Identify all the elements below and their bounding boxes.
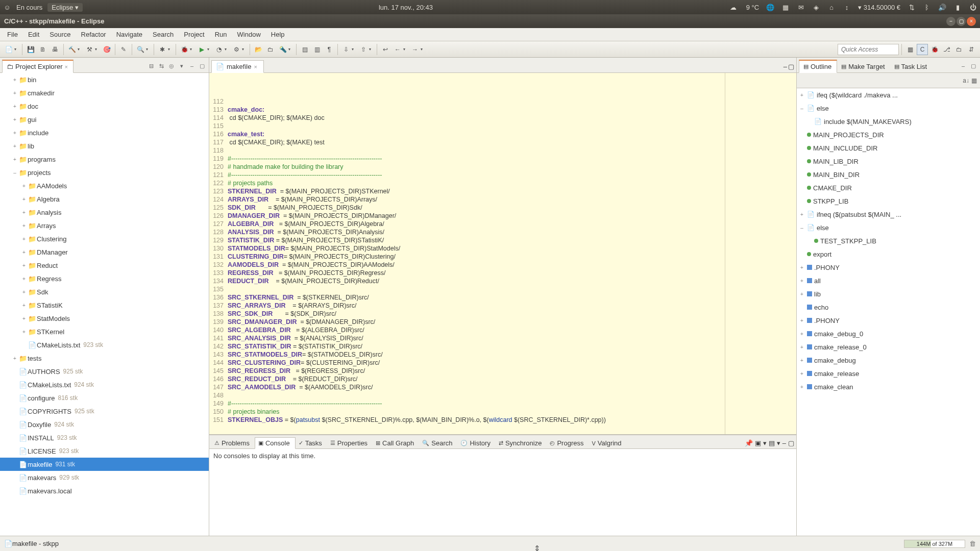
back-button[interactable]: ←	[392, 44, 403, 55]
editor-area[interactable]: 112113cmake_doc:114 cd $(CMAKE_DIR); $(M…	[209, 73, 796, 435]
tree-item-dmanager[interactable]: +📁DManager	[0, 245, 209, 259]
open-console-button[interactable]: ▤	[769, 439, 775, 447]
menu-search[interactable]: Search	[148, 29, 179, 40]
right-tab-outline[interactable]: ▤Outline	[799, 60, 837, 73]
expand-icon[interactable]: +	[20, 316, 28, 321]
bottom-tab-history[interactable]: 🕘History	[457, 438, 495, 448]
expand-icon[interactable]: +	[799, 371, 805, 377]
outline-item[interactable]: echo	[797, 300, 980, 314]
code-line[interactable]: cmake_test:	[227, 130, 796, 138]
view-menu-button[interactable]: ▾	[177, 61, 186, 70]
tree-item-stkernel[interactable]: +📁STKernel	[0, 325, 209, 338]
new-class-button[interactable]: ✱	[157, 44, 168, 55]
code-line[interactable]: DMANAGER_DIR = $(MAIN_PROJECTS_DIR)DMana…	[227, 212, 796, 220]
tree-item-statistik[interactable]: +📁STatistiK	[0, 298, 209, 312]
tree-item-configure[interactable]: 📄configure816 stk	[0, 391, 209, 405]
code-line[interactable]: cd $(CMAKE_DIR); $(MAKE) test	[227, 138, 796, 146]
outline-item[interactable]: +📄ifeq ($(wildcard ./makeva ...	[797, 88, 980, 102]
volume-icon[interactable]: 🔊	[938, 3, 946, 11]
cpp-perspective-button[interactable]: C	[917, 44, 928, 55]
tree-item-authors[interactable]: 📄AUTHORS925 stk	[0, 365, 209, 378]
resource-perspective-button[interactable]: 🗀	[953, 44, 965, 55]
outline-item[interactable]: +cmake_release	[797, 367, 980, 380]
code-line[interactable]: STATISTIK_DIR = $(MAIN_PROJECTS_DIR)STat…	[227, 236, 796, 244]
menu-window[interactable]: Window	[232, 29, 266, 40]
tree-item-install[interactable]: 📄INSTALL923 stk	[0, 431, 209, 444]
expand-icon[interactable]: +	[20, 303, 28, 308]
expand-icon[interactable]: +	[11, 77, 18, 83]
last-edit-button[interactable]: ↩	[380, 44, 391, 55]
toggle-mark-button[interactable]: ▤	[299, 44, 310, 55]
code-line[interactable]: STKERNEL_OBJS = $(patsubst $(SRC_STKERNE…	[227, 416, 796, 424]
tree-item-include[interactable]: +📁include	[0, 126, 209, 139]
tree-item-analysis[interactable]: +📁Analysis	[0, 206, 209, 219]
tree-item-statmodels[interactable]: +📁StatModels	[0, 312, 209, 325]
wand-button[interactable]: ✎	[118, 44, 129, 55]
menu-edit[interactable]: Edit	[23, 29, 44, 40]
expand-icon[interactable]: +	[11, 117, 18, 122]
menu-file[interactable]: File	[2, 29, 23, 40]
build-button[interactable]: 🔨	[66, 44, 78, 55]
outline-item[interactable]: +all	[797, 274, 980, 287]
tray-icon-6[interactable]: ↕	[843, 3, 851, 11]
expand-icon[interactable]: +	[799, 92, 805, 98]
expand-icon[interactable]: +	[799, 212, 805, 217]
outline-item[interactable]: +cmake_clean	[797, 380, 980, 393]
pin-console-button[interactable]: 📌	[745, 439, 753, 447]
code-line[interactable]: STKERNEL_DIR = $(MAIN_PROJECTS_DIR)STKer…	[227, 187, 796, 195]
code-line[interactable]: SRC_ANALYSIS_DIR = $(ANALYSIS_DIR)src/	[227, 334, 796, 342]
smiley-icon[interactable]: ☺	[3, 3, 11, 11]
tree-item-algebra[interactable]: +📁Algebra	[0, 192, 209, 206]
outline-item[interactable]: +cmake_debug	[797, 354, 980, 367]
code-line[interactable]	[227, 97, 796, 106]
code-line[interactable]: SRC_STATISTIK_DIR = $(STATISTIK_DIR)src/	[227, 342, 796, 350]
tree-item-license[interactable]: 📄LICENSE923 stk	[0, 444, 209, 458]
run-button[interactable]: ▶	[196, 44, 207, 55]
outline-item[interactable]: +.PHONY	[797, 261, 980, 274]
heap-status[interactable]: 144M of 327M	[904, 540, 965, 548]
open-perspective-button[interactable]: ▦	[904, 44, 916, 55]
expand-icon[interactable]: +	[20, 249, 28, 255]
code-line[interactable]: ANALYSIS_DIR = $(MAIN_PROJECTS_DIR)Analy…	[227, 228, 796, 236]
code-line[interactable]: cd $(CMAKE_DIR); $(MAKE) doc	[227, 114, 796, 122]
tree-item-projects[interactable]: –📁projects	[0, 166, 209, 179]
outline-item[interactable]: MAIN_LIB_DIR	[797, 155, 980, 168]
gc-button[interactable]: 🗑	[969, 540, 976, 547]
focus-task-button[interactable]: ◎	[167, 61, 176, 70]
outline-maximize-button[interactable]: ▢	[969, 61, 978, 70]
code-line[interactable]	[227, 285, 796, 293]
code-line[interactable]: #---------------------------------------…	[227, 155, 796, 163]
expand-icon[interactable]: +	[799, 291, 805, 297]
bottom-tab-search[interactable]: 🔍Search	[419, 438, 457, 448]
next-annotation-button[interactable]: ⇩	[340, 44, 352, 55]
debug-button[interactable]: 🐞	[179, 44, 190, 55]
right-tab-task-list[interactable]: ▤Task List	[890, 61, 933, 72]
minimize-view-button[interactable]: –	[187, 61, 197, 70]
editor-tab-makefile[interactable]: 📄 makefile ×	[211, 60, 264, 73]
save-button[interactable]: 💾	[25, 44, 36, 55]
power-icon[interactable]: ⏻	[969, 3, 977, 11]
forward-button[interactable]: →	[409, 44, 421, 55]
bottom-tab-problems[interactable]: ⚠Problems	[211, 438, 255, 448]
quick-access-input[interactable]	[838, 44, 899, 55]
expand-icon[interactable]: +	[11, 143, 18, 149]
outline-item[interactable]: MAIN_INCLUDE_DIR	[797, 141, 980, 155]
tree-item-aamodels[interactable]: +📁AAModels	[0, 179, 209, 192]
expand-icon[interactable]: –	[11, 170, 18, 176]
print-button[interactable]: 🖶	[50, 44, 61, 55]
expand-icon[interactable]: +	[20, 329, 28, 335]
outline-filter-button[interactable]: ▦	[971, 77, 977, 84]
menu-project[interactable]: Project	[179, 29, 209, 40]
bottom-tab-call-graph[interactable]: ⊞Call Graph	[373, 438, 419, 448]
code-line[interactable]	[227, 122, 796, 130]
menu-source[interactable]: Source	[44, 29, 76, 40]
project-explorer-tab[interactable]: 🗀 Project Explorer ×	[2, 60, 74, 73]
code-line[interactable]: SRC_STATMODELS_DIR= $(STATMODELS_DIR)src…	[227, 350, 796, 359]
code-line[interactable]: SRC_AAMODELS_DIR = $(AAMODELS_DIR)src/	[227, 383, 796, 391]
collapse-all-button[interactable]: ⊟	[146, 61, 156, 70]
expand-icon[interactable]: +	[799, 384, 805, 390]
battery-icon[interactable]: ▮	[953, 3, 962, 11]
tree-item-cmakelists-txt[interactable]: 📄CMakeLists.txt923 stk	[0, 338, 209, 352]
outline-item[interactable]: STKPP_LIB	[797, 194, 980, 208]
expand-icon[interactable]: +	[20, 223, 28, 229]
